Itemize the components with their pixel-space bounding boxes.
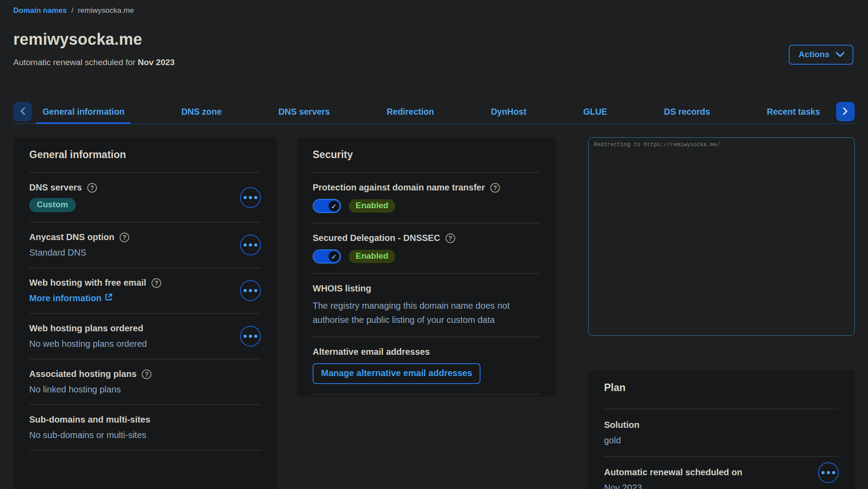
row-label: Automatic renewal scheduled on <box>604 467 742 477</box>
breadcrumb-current: remiwysocka.me <box>78 6 134 15</box>
row-transfer-protection: Protection against domain name transfer … <box>313 173 540 223</box>
help-icon[interactable]: ? <box>490 183 500 193</box>
renewal-date: Nov 2023 <box>138 58 174 67</box>
dns-servers-menu-button[interactable] <box>240 187 261 208</box>
row-value: No web hosting plans ordered <box>29 339 147 349</box>
chevron-down-icon <box>836 52 845 57</box>
general-information-title: General information <box>29 149 261 173</box>
manage-alternative-emails-button[interactable]: Manage alternative email addresses <box>313 363 480 384</box>
help-icon[interactable]: ? <box>142 369 151 379</box>
actions-button-label: Actions <box>798 50 829 59</box>
plan-title: Plan <box>604 382 839 409</box>
row-automatic-renewal: Automatic renewal scheduled on Nov 2023 <box>604 456 839 489</box>
help-icon[interactable]: ? <box>151 278 161 288</box>
tab-general-information[interactable]: General information <box>36 99 131 124</box>
row-value: No linked hosting plans <box>29 384 121 395</box>
site-preview-alt-text: Redirecting to https://remiwysocka.me/ <box>594 142 849 148</box>
tab-dynhost[interactable]: DynHost <box>485 99 533 124</box>
help-icon[interactable]: ? <box>87 183 97 193</box>
row-alternative-emails: Alternative email addresses Manage alter… <box>313 337 540 394</box>
row-label: Web hosting plans ordered <box>29 323 143 334</box>
ellipsis-icon <box>244 335 257 338</box>
row-value: No sub-domains or multi-sites <box>29 430 147 440</box>
tab-recent-tasks[interactable]: Recent tasks <box>761 99 826 124</box>
row-label: Solution <box>604 420 639 430</box>
ellipsis-icon <box>244 289 257 292</box>
row-solution: Solution gold <box>604 409 839 456</box>
tab-glue[interactable]: GLUE <box>577 99 613 124</box>
security-title: Security <box>313 149 540 173</box>
web-hosting-plans-menu-button[interactable] <box>240 326 261 347</box>
help-icon[interactable]: ? <box>446 233 455 243</box>
main-content: General information DNS servers ? Custom… <box>13 137 855 489</box>
row-web-hosting-plans: Web hosting plans ordered No web hosting… <box>29 313 261 359</box>
ellipsis-icon <box>244 244 257 247</box>
chevron-left-icon <box>20 107 25 116</box>
tab-redirection[interactable]: Redirection <box>380 99 440 124</box>
whois-text: The registry managing this domain name d… <box>313 299 540 327</box>
external-link-icon <box>105 293 112 303</box>
row-dnssec: Secured Delegation - DNSSEC ? ✓ Enabled <box>313 223 540 273</box>
help-icon[interactable]: ? <box>120 233 129 242</box>
row-label: DNS servers <box>29 182 82 193</box>
security-card: Security Protection against domain name … <box>297 137 556 397</box>
renewal-menu-button[interactable] <box>818 462 839 483</box>
row-value: gold <box>604 435 621 446</box>
tab-bar: General information DNS zone DNS servers… <box>13 99 855 124</box>
domain-detail-page: Domain names / remiwysocka.me remiwysock… <box>0 0 868 489</box>
row-whois-listing: WHOIS listing The registry managing this… <box>313 273 540 337</box>
row-label: Protection against domain name transfer <box>313 182 485 193</box>
tab-dns-zone[interactable]: DNS zone <box>175 99 228 124</box>
row-label: Web hosting with free email <box>29 278 146 288</box>
more-information-label: More information <box>29 293 101 303</box>
status-badge: Enabled <box>349 250 395 263</box>
row-label: Sub-domains and multi-sites <box>29 415 150 425</box>
breadcrumb: Domain names / remiwysocka.me <box>13 6 855 15</box>
ellipsis-icon <box>244 196 257 199</box>
row-web-hosting-free-email: Web hosting with free email ? More infor… <box>29 268 261 313</box>
check-icon: ✓ <box>331 203 337 210</box>
renewal-subtitle: Automatic renewal scheduled for Nov 2023 <box>13 58 855 67</box>
row-label: Alternative email addresses <box>313 347 430 357</box>
chevron-right-icon <box>843 107 848 116</box>
web-hosting-email-menu-button[interactable] <box>240 280 261 301</box>
row-value: Standard DNS <box>29 248 86 258</box>
dns-custom-badge: Custom <box>29 198 76 212</box>
breadcrumb-separator: / <box>71 6 74 15</box>
row-anycast-dns: Anycast DNS option ? Standard DNS <box>29 222 261 268</box>
row-dns-servers: DNS servers ? Custom <box>29 173 261 222</box>
row-associated-hosting-plans: Associated hosting plans ? No linked hos… <box>29 359 261 404</box>
tabs-scroll-right-button[interactable] <box>836 102 855 121</box>
ellipsis-icon <box>822 471 835 474</box>
transfer-protection-toggle[interactable]: ✓ <box>313 199 341 213</box>
tab-ds-records[interactable]: DS records <box>658 99 716 124</box>
tab-dns-servers[interactable]: DNS servers <box>272 99 336 124</box>
row-label: WHOIS listing <box>313 283 371 294</box>
more-information-link[interactable]: More information <box>29 293 112 303</box>
status-badge: Enabled <box>349 199 395 213</box>
tabs: General information DNS zone DNS servers… <box>36 99 826 124</box>
plan-card: Plan Solution gold Automatic renewal sch… <box>588 370 855 489</box>
row-label: Anycast DNS option <box>29 232 114 242</box>
row-sub-domains: Sub-domains and multi-sites No sub-domai… <box>29 404 261 450</box>
actions-button[interactable]: Actions <box>789 45 853 65</box>
general-information-card: General information DNS servers ? Custom… <box>13 137 277 489</box>
right-column: Redirecting to https://remiwysocka.me/ P… <box>588 137 855 489</box>
tabs-scroll-left-button[interactable] <box>13 102 32 121</box>
site-preview-frame: Redirecting to https://remiwysocka.me/ <box>588 137 855 336</box>
renewal-subtitle-text: Automatic renewal scheduled for <box>13 58 138 67</box>
breadcrumb-domain-names-link[interactable]: Domain names <box>13 6 67 15</box>
anycast-dns-menu-button[interactable] <box>240 235 261 256</box>
row-label: Secured Delegation - DNSSEC <box>313 233 440 243</box>
row-value: Nov 2023 <box>604 483 642 489</box>
row-label: Associated hosting plans <box>29 369 136 379</box>
check-icon: ✓ <box>331 253 337 260</box>
page-title: remiwysocka.me <box>13 30 855 49</box>
dnssec-toggle[interactable]: ✓ <box>313 249 341 264</box>
